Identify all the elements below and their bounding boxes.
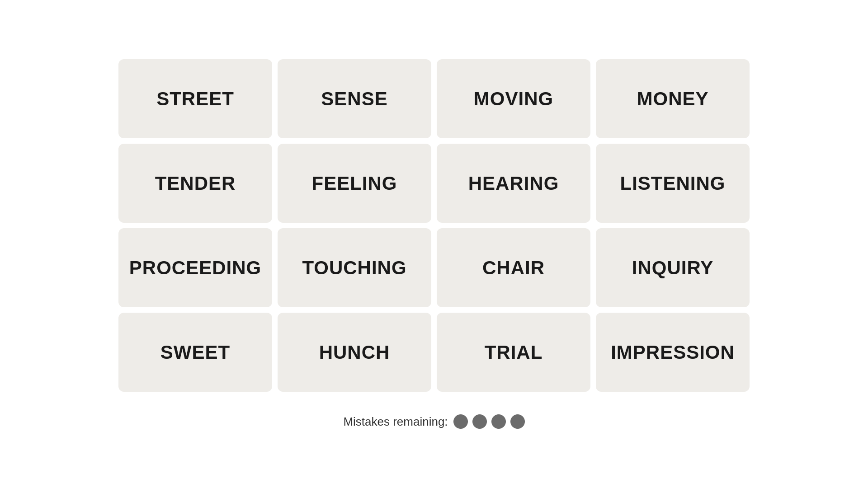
word-card-sense[interactable]: SENSE (278, 59, 431, 138)
word-card-money[interactable]: MONEY (596, 59, 750, 138)
word-card-touching[interactable]: TOUCHING (278, 228, 431, 307)
word-label-hunch: HUNCH (319, 342, 390, 363)
mistake-dot-2 (472, 414, 487, 429)
word-card-sweet[interactable]: SWEET (118, 313, 272, 392)
word-label-inquiry: INQUIRY (632, 257, 713, 279)
word-label-trial: TRIAL (485, 342, 543, 363)
mistake-dot-4 (510, 414, 525, 429)
word-card-feeling[interactable]: FEELING (278, 144, 431, 223)
word-card-moving[interactable]: MOVING (437, 59, 590, 138)
word-card-inquiry[interactable]: INQUIRY (596, 228, 750, 307)
word-label-chair: CHAIR (482, 257, 545, 279)
word-label-impression: IMPRESSION (611, 342, 735, 363)
mistake-dot-3 (491, 414, 506, 429)
word-grid: STREETSENSEMOVINGMONEYTENDERFEELINGHEARI… (118, 59, 750, 392)
word-label-touching: TOUCHING (302, 257, 406, 279)
word-card-hearing[interactable]: HEARING (437, 144, 590, 223)
mistakes-label: Mistakes remaining: (343, 415, 448, 429)
mistakes-dots (453, 414, 525, 429)
word-card-proceeding[interactable]: PROCEEDING (118, 228, 272, 307)
word-label-sense: SENSE (321, 88, 387, 110)
word-card-tender[interactable]: TENDER (118, 144, 272, 223)
word-label-money: MONEY (637, 88, 708, 110)
word-card-listening[interactable]: LISTENING (596, 144, 750, 223)
word-label-feeling: FEELING (311, 173, 397, 194)
word-card-impression[interactable]: IMPRESSION (596, 313, 750, 392)
mistake-dot-1 (453, 414, 468, 429)
word-card-trial[interactable]: TRIAL (437, 313, 590, 392)
word-label-hearing: HEARING (468, 173, 559, 194)
word-card-chair[interactable]: CHAIR (437, 228, 590, 307)
word-label-sweet: SWEET (160, 342, 230, 363)
footer: Mistakes remaining: (343, 414, 524, 429)
word-label-listening: LISTENING (620, 173, 725, 194)
word-card-street[interactable]: STREET (118, 59, 272, 138)
word-label-proceeding: PROCEEDING (129, 257, 261, 279)
word-label-street: STREET (156, 88, 234, 110)
word-card-hunch[interactable]: HUNCH (278, 313, 431, 392)
word-label-tender: TENDER (155, 173, 236, 194)
word-label-moving: MOVING (474, 88, 553, 110)
